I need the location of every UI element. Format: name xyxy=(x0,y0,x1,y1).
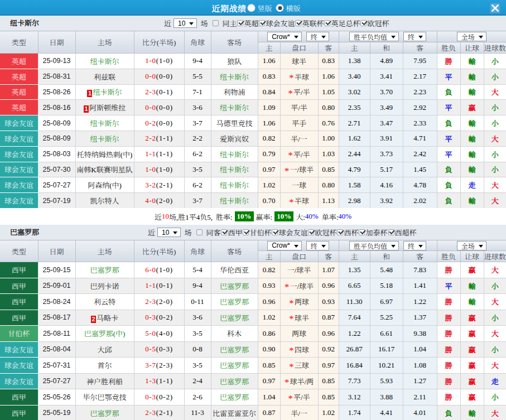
score: 2-3(2-0) xyxy=(134,294,184,310)
result-goals-value: 大 xyxy=(491,135,499,143)
league-filter-西甲[interactable]: 西甲 xyxy=(220,227,242,238)
league-checkbox[interactable] xyxy=(360,20,367,26)
avg-type-select[interactable]: 胜平负均值 xyxy=(349,32,399,41)
result-goals: 大 xyxy=(484,84,506,100)
result-handicap-value: 輸 xyxy=(469,88,476,96)
result-handicap: 贏 xyxy=(460,341,484,358)
scope-select-value: 全场 xyxy=(461,241,475,250)
subheader-avg_sub-1: 和 xyxy=(370,251,403,262)
layout-option-vertical[interactable]: 竖版 xyxy=(247,3,272,13)
match-row: 西甲25-05-19巴塞罗那2-3(2-1)11-3比雷亚雷亚尔0.87半/一1… xyxy=(0,405,506,420)
score: 0-3(0-2) xyxy=(134,389,184,405)
league-filter-西杯[interactable]: 西杯 xyxy=(336,227,358,238)
same-venue-checkbox[interactable] xyxy=(213,20,219,26)
result-goals: 大 xyxy=(484,262,506,278)
result-goals: 小 xyxy=(484,341,506,358)
corners: 3-6 xyxy=(184,100,211,115)
scope-select[interactable]: 全场 xyxy=(457,32,486,41)
close-button[interactable] xyxy=(489,2,501,14)
avg-draw-odds: 4.41 xyxy=(370,405,403,420)
result-handicap-value: 輸 xyxy=(469,73,476,81)
odds-state-select[interactable]: 终 xyxy=(306,241,329,250)
league-filter-球会友谊[interactable]: 球会友谊 xyxy=(271,227,307,238)
away-team-name: 巴塞罗那 xyxy=(220,282,249,291)
horizontal-radio-icon[interactable] xyxy=(276,4,284,12)
odds-source-select[interactable]: Crow* xyxy=(267,32,302,41)
header-select-group: Crow*终 xyxy=(258,240,339,251)
result-outcome: 負 xyxy=(437,177,460,193)
league-checkbox[interactable] xyxy=(237,20,243,26)
fulltime-score: 1-1 xyxy=(145,281,156,289)
league-checkbox[interactable] xyxy=(243,229,249,235)
avg-state-select[interactable]: 终 xyxy=(403,241,426,250)
scope-select[interactable]: 全场 xyxy=(457,241,486,250)
result-outcome-value: 平 xyxy=(445,135,452,143)
same-venue-label: 同客 xyxy=(206,227,220,238)
match-row: 球会友谊25-07-19凯尔特人4-0(2-0)3-7纽卡斯尔0.70*半球1.… xyxy=(0,193,506,209)
home-team-name: 托特纳姆热刺(中) xyxy=(77,151,133,159)
league-checkbox[interactable] xyxy=(337,229,343,235)
live-star-icon: * xyxy=(289,73,294,83)
odds-state-select[interactable]: 终 xyxy=(306,32,329,41)
handicap-line: 一球 xyxy=(280,177,318,193)
league-checkbox[interactable] xyxy=(388,229,394,235)
same-venue-checkbox[interactable] xyxy=(196,229,203,235)
live-star-icon: * xyxy=(289,298,294,308)
league-filter-加泰杯[interactable]: 加泰杯 xyxy=(358,227,387,238)
odds-source-select[interactable]: Crow* xyxy=(267,241,302,250)
league-filter-欧冠杯[interactable]: 欧冠杯 xyxy=(360,18,389,28)
avg-draw-odds: 3.41 xyxy=(370,69,403,84)
league-checkbox[interactable] xyxy=(359,229,365,235)
league-filter-英足总杯[interactable]: 英足总杯 xyxy=(324,18,360,28)
avg-away-odds: 4.01 xyxy=(403,405,437,420)
league-checkbox[interactable] xyxy=(295,20,301,26)
avg-away-odds: 1.41 xyxy=(403,278,437,294)
halftime-score: (1-0) xyxy=(156,265,173,274)
result-goals: 小 xyxy=(484,310,506,326)
result-handicap-value: 輸 xyxy=(469,151,476,159)
avg-draw-odds: 3.73 xyxy=(370,146,403,162)
handicap-text: 一球 xyxy=(292,181,306,190)
result-goals-value: 大 xyxy=(491,298,499,306)
result-outcome: 負 xyxy=(437,162,460,177)
match-count-select[interactable]: 10 xyxy=(157,228,181,237)
subheader-odds_sub-1: 盘口 xyxy=(280,42,318,54)
handicap-away-odds: 0.83 xyxy=(318,54,339,69)
column-header-3: 主场 xyxy=(75,31,134,54)
league-filter-球会友谊[interactable]: 球会友谊 xyxy=(258,18,295,28)
corners: 3-5 xyxy=(184,358,211,374)
games-label: 场 xyxy=(200,18,208,28)
live-star-icon: * xyxy=(285,377,290,388)
avg-away-odds: 7.95 xyxy=(403,54,437,69)
league-filter-英超[interactable]: 英超 xyxy=(237,18,258,28)
league-filter-英联杯[interactable]: 英联杯 xyxy=(295,18,324,28)
league-checkbox[interactable] xyxy=(259,20,265,26)
corners: 2-6 xyxy=(184,389,211,405)
avg-away-odds: 2.17 xyxy=(403,69,437,84)
avg-type-select[interactable]: 胜平负均值 xyxy=(349,241,399,250)
league-checkbox[interactable] xyxy=(221,229,227,235)
avg-away-odds: 1.37 xyxy=(403,310,437,326)
vertical-radio-icon[interactable] xyxy=(247,4,255,12)
match-count-select[interactable]: 10 xyxy=(174,18,197,28)
column-header-1: 类型 xyxy=(0,240,38,262)
result-goals: 小 xyxy=(484,278,506,294)
corners: 0-8 xyxy=(184,341,211,358)
league-checkbox[interactable] xyxy=(272,229,278,235)
league-filter-甘伯杯[interactable]: 甘伯杯 xyxy=(242,227,271,238)
league-filter-欧冠杯[interactable]: 欧冠杯 xyxy=(307,227,336,238)
subheader-result_sub-0: 胜负 xyxy=(437,42,460,54)
score: 4-0(2-0) xyxy=(134,193,184,209)
league-checkbox[interactable] xyxy=(308,229,314,235)
avg-state-select[interactable]: 终 xyxy=(403,32,426,41)
avg-draw-odds: 3.88 xyxy=(370,389,403,405)
column-header-2: 日期 xyxy=(38,240,75,262)
result-outcome: 負 xyxy=(437,84,460,100)
league-filter-西超杯[interactable]: 西超杯 xyxy=(388,227,417,238)
result-handicap-value: 輸 xyxy=(469,409,476,418)
layout-option-horizontal[interactable]: 横版 xyxy=(276,3,301,13)
handicap-home-odds: 0.97 xyxy=(258,373,280,389)
league-checkbox[interactable] xyxy=(324,20,330,26)
handicap-text: 两球 xyxy=(295,298,309,306)
dropdown-caret-icon xyxy=(173,231,177,234)
